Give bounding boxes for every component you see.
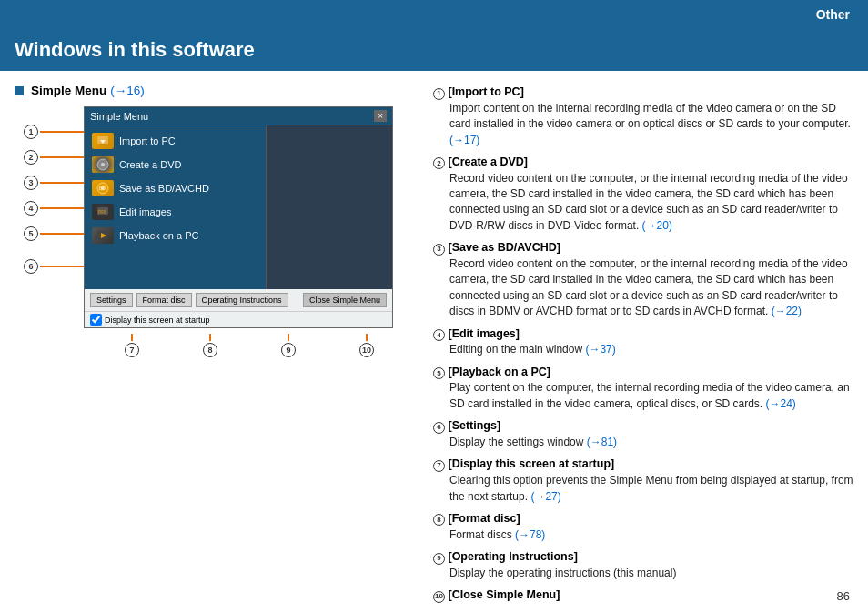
item-4-link[interactable]: (→37) [585,343,615,356]
simple-menu-window: Simple Menu × Import to PC [84,106,393,328]
bottom-callouts: 7 8 9 10 [84,334,424,357]
item-5-num: 5 [433,367,445,379]
item-9-label: [Operating Instructions] [448,550,577,563]
callout-line-6 [40,266,84,267]
item-5-desc: Play content on the computer, the intern… [433,380,853,412]
item-2-link[interactable]: (→20) [642,219,672,232]
item-6-link[interactable]: (→81) [587,436,617,448]
left-callouts: 1 2 3 4 5 [24,125,84,274]
item-2-label: [Create a DVD] [448,156,528,168]
item-2: 2 [Create a DVD] Record video content on… [433,154,853,234]
svg-text:PRI: PRI [98,209,106,215]
smw-item-edit[interactable]: PRI Edit images [85,200,266,224]
smw-item-label-edit: Edit images [119,206,171,217]
smw-preview-area [267,125,392,289]
item-7-title: 7 [Display this screen at startup] [433,456,853,473]
callout-num-10: 10 [359,343,374,357]
item-7: 7 [Display this screen at startup] Clear… [433,456,853,505]
diagram-area: 1 2 3 4 5 [24,106,424,357]
smw-item-dvd[interactable]: Create a DVD [85,153,266,176]
callout-8: 8 [203,334,217,357]
item-3-num: 3 [433,244,445,256]
item-5-link[interactable]: (→24) [765,397,795,410]
startup-checkbox-row: Display this screen at startup [85,311,392,327]
top-bar-label: Other [816,7,850,22]
item-3-title: 3 [Save as BD/AVCHD] [433,239,853,256]
import-icon [92,133,114,149]
smw-item-label-import: Import to PC [119,135,176,146]
startup-checkbox-label: Display this screen at startup [105,316,210,325]
smw-close-button[interactable]: × [374,110,387,122]
item-3-link[interactable]: (→22) [772,305,802,317]
item-5-title: 5 [Playback on a PC] [433,364,853,381]
item-6-label: [Settings] [448,419,500,432]
display-startup-checkbox[interactable] [90,314,102,326]
item-3-desc: Record video content on the computer, or… [433,256,853,320]
smw-menu-list: Import to PC Create a DVD BD [85,125,267,289]
item-9-title: 9 [Operating Instructions] [433,548,853,566]
smw-item-import[interactable]: Import to PC [85,129,266,153]
item-10-label: [Close Simple Menu] [448,588,560,601]
smw-item-label-bd: Save as BD/AVCHD [119,183,209,194]
callout-line-1 [40,131,84,133]
item-5-label: [Playback on a PC] [448,366,550,378]
callout-7: 7 [125,334,139,357]
callout-num-5: 5 [24,226,38,241]
callout-num-1: 1 [24,125,38,139]
item-4-desc: Editing on the main window (→37) [433,342,853,357]
item-6-title: 6 [Settings] [433,417,853,435]
format-disc-button[interactable]: Format disc [136,293,192,307]
item-2-desc: Record video content on the computer, or… [433,171,853,235]
item-8-link[interactable]: (→78) [515,528,545,541]
callout-9: 9 [281,334,296,357]
page-title: Windows in this software [15,38,255,62]
item-8-title: 8 [Format disc] [433,510,853,527]
item-1-label: [Import to PC] [448,85,523,98]
item-3-label: [Save as BD/AVCHD] [448,241,560,254]
callout-num-4: 4 [24,201,38,216]
settings-button[interactable]: Settings [90,293,133,307]
smw-titlebar: Simple Menu × [85,107,392,125]
item-1-link[interactable]: (→17) [449,134,479,146]
smw-item-playback[interactable]: Playback on a PC [85,224,266,247]
top-bar: Other [0,0,868,29]
callout-num-9: 9 [281,343,296,357]
callout-5: 5 [24,226,84,241]
item-8-num: 8 [433,514,445,526]
item-4-title: 4 [Edit images] [433,326,853,343]
item-10-title: 10 [Close Simple Menu] [433,587,853,604]
smw-footer-buttons: Settings Format disc Operating Instructi… [85,289,392,311]
item-4: 4 [Edit images] Editing on the main wind… [433,326,853,358]
item-1: 1 [Import to PC] Import content on the i… [433,84,853,148]
edit-icon: PRI [92,204,114,220]
smw-item-label-playback: Playback on a PC [119,230,198,241]
callout-line-3 [40,182,84,184]
item-6: 6 [Settings] Display the settings window… [433,417,853,450]
smw-body: Import to PC Create a DVD BD [85,125,392,289]
item-9: 9 [Operating Instructions] Display the o… [433,548,853,581]
close-simple-menu-button[interactable]: Close Simple Menu [303,293,387,307]
callout-line-2 [40,156,84,158]
callout-num-6: 6 [24,259,38,274]
smw-item-bd[interactable]: BD Save as BD/AVCHD [85,176,266,200]
playback-icon [92,227,114,244]
smw-item-label-dvd: Create a DVD [119,159,181,170]
item-6-desc: Display the settings window (→81) [433,435,853,450]
section-label: Simple Menu [31,84,106,97]
page-number: 86 [837,589,850,603]
item-6-num: 6 [433,422,445,434]
callout-num-8: 8 [203,343,217,357]
callout-1: 1 [24,125,84,139]
callout-num-7: 7 [125,343,139,357]
item-1-title: 1 [Import to PC] [433,84,853,101]
item-2-num: 2 [433,157,445,169]
callout-num-3: 3 [24,176,38,190]
title-bar: Windows in this software [0,29,868,71]
section-link[interactable]: (→16) [110,84,145,97]
operating-instructions-button[interactable]: Operating Instructions [196,293,288,307]
item-7-link[interactable]: (→27) [530,490,560,503]
item-9-num: 9 [433,553,445,565]
callout-10: 10 [359,334,374,357]
dvd-icon [92,156,114,173]
item-10: 10 [Close Simple Menu] [433,587,853,604]
